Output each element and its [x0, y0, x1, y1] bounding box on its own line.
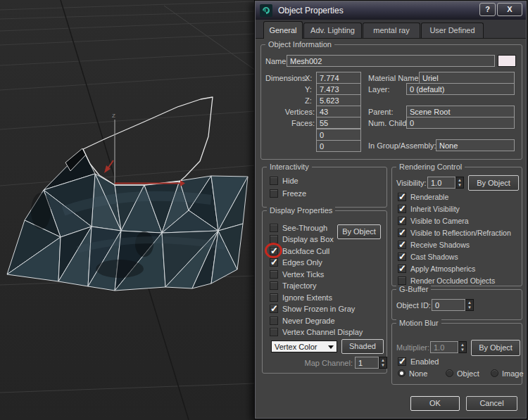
receive-shadows-label: Receive Shadows [410, 241, 470, 249]
checkbox-trajectory[interactable] [270, 281, 278, 290]
object-id-field[interactable]: 0 [432, 299, 465, 311]
map-channel-spinner[interactable]: ▲▼ [379, 357, 387, 369]
material-name-field: Uriel [419, 72, 515, 84]
checkbox-vertex-ticks[interactable] [270, 270, 278, 279]
checkbox-never-degrade[interactable] [270, 317, 278, 325]
radio-none[interactable] [398, 369, 406, 377]
checkbox-inherit-visibility[interactable] [398, 205, 406, 213]
object-label: Object [457, 369, 479, 378]
checkbox-visible-to-reflection[interactable] [398, 229, 406, 237]
checkbox-see-through[interactable] [270, 224, 278, 232]
vertex-channel-dropdown[interactable]: Vertex Color [271, 341, 337, 352]
checkbox-render-occluded-objects[interactable] [398, 276, 406, 285]
spin-up-icon[interactable]: ▲ [466, 300, 473, 305]
map-channel-field[interactable]: 1 [355, 357, 379, 369]
object-id-label: Object ID: [396, 301, 431, 310]
checkbox-cast-shadows[interactable] [398, 253, 406, 261]
rendering-control-group: Rendering Control Visibility: 1.0 ▲▼ By … [391, 167, 522, 286]
multiplier-label: Multiplier: [396, 343, 429, 352]
name-input[interactable]: Mesh002 [287, 55, 495, 67]
checkbox-receive-shadows[interactable] [398, 241, 406, 249]
dialog-title: Object Properties [278, 6, 344, 15]
shaded-button[interactable]: Shaded [341, 339, 384, 354]
enabled-label: Enabled [410, 357, 439, 366]
motion-blur-by-object-button[interactable]: By Object [471, 340, 520, 356]
spin-down-icon[interactable]: ▼ [456, 182, 463, 187]
display-as-box-label: Display as Box [282, 235, 334, 243]
interactivity-legend: Interactivity [267, 163, 312, 171]
layer-label: Layer: [368, 85, 390, 94]
tab-adv-lighting[interactable]: Adv. Lighting [303, 23, 362, 38]
help-button[interactable]: ? [479, 3, 496, 16]
cancel-button[interactable]: Cancel [466, 396, 517, 411]
checkbox-ignore-extents[interactable] [270, 293, 278, 302]
checkbox-apply-atmospherics[interactable] [398, 265, 406, 273]
z-axis-label: Z [112, 113, 115, 119]
layer-field: 0 (default) [406, 83, 515, 95]
name-label: Name: [265, 57, 288, 65]
interactivity-group: Interactivity Hide Freeze [262, 167, 387, 208]
ignore-extents-label: Ignore Extents [282, 293, 332, 302]
see-through-label: See-Through [282, 224, 327, 232]
dim-z-field[interactable]: 5.623 [316, 94, 361, 106]
backface-cull-label: Backface Cull [282, 247, 329, 255]
visible-to-reflection-label: Visible to Reflection/Refraction [410, 229, 511, 237]
visibility-label: Visibility: [396, 179, 427, 187]
checkbox-edges-only[interactable] [270, 258, 278, 267]
multiplier-spinner[interactable]: ▲▼ [458, 341, 467, 353]
visibility-field[interactable]: 1.0 [427, 177, 455, 189]
spin-down-icon[interactable]: ▼ [379, 362, 386, 367]
vertex-channel-value: Vertex Color [275, 343, 318, 351]
ok-button[interactable]: OK [410, 396, 460, 411]
checkbox-vertex-channel-display[interactable] [270, 328, 278, 336]
checkbox-hide[interactable] [270, 177, 278, 185]
freeze-label: Freeze [282, 189, 306, 198]
spin-up-icon[interactable]: ▲ [456, 177, 463, 182]
radio-image[interactable] [491, 369, 498, 377]
hide-label: Hide [282, 177, 298, 185]
checkbox-freeze[interactable] [270, 189, 278, 198]
checkbox-renderable[interactable] [398, 193, 406, 201]
object-color-swatch[interactable] [498, 55, 516, 67]
dimensions-label: Dimensions: [265, 74, 308, 82]
map-channel-label: Map Channel: [291, 359, 353, 367]
vertices-label: Vertices: [282, 108, 315, 116]
spin-down-icon[interactable]: ▼ [459, 347, 466, 352]
tab-general[interactable]: General [263, 21, 303, 39]
multiplier-field: 1.0 [430, 341, 458, 353]
trajectory-label: Trajectory [282, 281, 317, 290]
none-label: None [409, 369, 427, 378]
visibility-spinner[interactable]: ▲▼ [455, 177, 464, 189]
num-children-field: 0 [406, 117, 515, 129]
image-label: Image [502, 369, 524, 378]
tab-user-defined[interactable]: User Defined [421, 23, 484, 38]
g-buffer-group: G-Buffer Object ID: 0 ▲▼ [391, 289, 522, 320]
dropdown-arrow-icon [328, 345, 334, 349]
checkbox-enabled[interactable] [398, 357, 406, 366]
vertices-field: 43 [316, 106, 361, 117]
checkbox-visible-to-camera[interactable] [398, 217, 406, 225]
display-by-object-button[interactable]: By Object [337, 224, 381, 239]
object-id-spinner[interactable]: ▲▼ [465, 299, 474, 311]
display-properties-legend: Display Properties [267, 206, 335, 215]
spin-up-icon[interactable]: ▲ [379, 357, 386, 362]
rendering-by-object-button[interactable]: By Object [468, 175, 519, 191]
vertex-channel-display-label: Vertex Channel Display [282, 328, 363, 336]
cast-shadows-label: Cast Shadows [410, 253, 458, 261]
render-occluded-objects-label: Render Occluded Objects [410, 276, 495, 285]
inherit-visibility-label: Inherit Visibility [410, 205, 460, 213]
checkbox-show-frozen-in-gray[interactable] [270, 305, 278, 313]
3dsmax-logo-icon [260, 4, 272, 17]
show-frozen-in-gray-label: Show Frozen in Gray [282, 305, 355, 313]
spin-down-icon[interactable]: ▼ [466, 305, 473, 310]
spin-up-icon[interactable]: ▲ [459, 342, 466, 347]
radio-object[interactable] [446, 369, 453, 377]
never-degrade-label: Never Degrade [282, 317, 335, 325]
tab-mental-ray[interactable]: mental ray [363, 23, 420, 38]
material-name-label: Material Name: [368, 74, 421, 82]
close-button[interactable]: X [497, 3, 522, 16]
backface-cull-annotation-circle [265, 243, 282, 258]
in-group-field: None [436, 139, 515, 151]
dim-x-field[interactable]: 7.774 [316, 72, 361, 84]
dim-y-field[interactable]: 7.473 [316, 83, 361, 95]
